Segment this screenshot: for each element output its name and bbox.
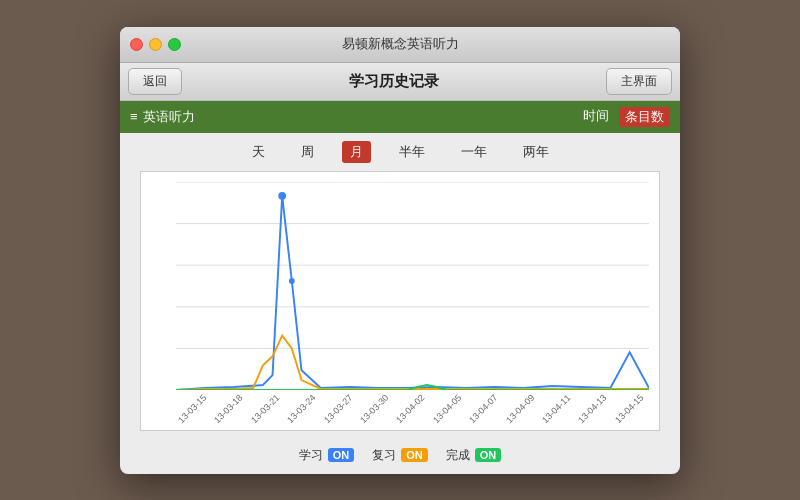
period-year[interactable]: 一年 (453, 141, 495, 163)
period-day[interactable]: 天 (244, 141, 273, 163)
x-label-11: 13-04-13 (576, 392, 609, 425)
legend-item-complete: 完成 ON (446, 447, 502, 464)
legend-study-label: 学习 (299, 447, 323, 464)
toolbar: 返回 学习历史记录 主界面 (120, 63, 680, 101)
legend-item-review: 复习 ON (372, 447, 428, 464)
category-label: 英语听力 (143, 108, 195, 126)
green-bar-left: ≡ 英语听力 (130, 108, 195, 126)
app-title: 易顿新概念英语听力 (342, 35, 459, 53)
menu-icon: ≡ (130, 109, 138, 124)
minimize-button[interactable] (149, 38, 162, 51)
toggle-review[interactable]: ON (401, 448, 428, 462)
period-week[interactable]: 周 (293, 141, 322, 163)
x-label-3: 13-03-24 (285, 392, 318, 425)
x-label-5: 13-03-30 (358, 392, 391, 425)
legend-item-study: 学习 ON (299, 447, 355, 464)
toggle-complete[interactable]: ON (475, 448, 502, 462)
period-month[interactable]: 月 (342, 141, 371, 163)
count-filter[interactable]: 条目数 (619, 107, 670, 127)
period-halfyear[interactable]: 半年 (391, 141, 433, 163)
x-label-6: 13-04-02 (394, 392, 427, 425)
traffic-lights (130, 38, 181, 51)
legend-review-label: 复习 (372, 447, 396, 464)
x-label-8: 13-04-07 (467, 392, 500, 425)
period-twoyears[interactable]: 两年 (515, 141, 557, 163)
time-filter[interactable]: 时间 (583, 107, 609, 127)
titlebar: 易顿新概念英语听力 (120, 27, 680, 63)
x-label-10: 13-04-11 (540, 392, 573, 425)
legend-complete-label: 完成 (446, 447, 470, 464)
x-label-0: 13-03-15 (176, 392, 209, 425)
x-label-4: 13-03-27 (322, 392, 355, 425)
back-button[interactable]: 返回 (128, 68, 182, 95)
maximize-button[interactable] (168, 38, 181, 51)
chart-svg: 25 20 15 10 5 0 (176, 182, 649, 390)
chart-area: 25 20 15 10 5 0 13-03-15 13-03-18 13-03-… (140, 171, 660, 431)
main-window: 易顿新概念英语听力 返回 学习历史记录 主界面 ≡ 英语听力 时间 条目数 天 … (120, 27, 680, 474)
main-button[interactable]: 主界面 (606, 68, 672, 95)
x-label-12: 13-04-15 (613, 392, 646, 425)
svg-point-12 (278, 191, 286, 199)
green-bar-right: 时间 条目数 (583, 107, 670, 127)
toggle-study[interactable]: ON (328, 448, 355, 462)
close-button[interactable] (130, 38, 143, 51)
x-label-1: 13-03-18 (212, 392, 245, 425)
x-label-2: 13-03-21 (249, 392, 282, 425)
page-title: 学习历史记录 (349, 72, 439, 91)
x-label-7: 13-04-05 (431, 392, 464, 425)
svg-point-13 (289, 278, 295, 284)
green-bar: ≡ 英语听力 时间 条目数 (120, 101, 680, 133)
x-label-9: 13-04-09 (504, 392, 537, 425)
period-selector: 天 周 月 半年 一年 两年 (120, 133, 680, 167)
legend-area: 学习 ON 复习 ON 完成 ON (120, 439, 680, 474)
